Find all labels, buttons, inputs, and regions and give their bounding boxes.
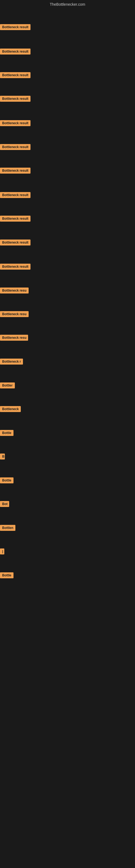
bottleneck-result-item: Bottleneck result	[0, 120, 31, 127]
bottleneck-badge-3[interactable]: Bottleneck result	[0, 72, 31, 78]
bottleneck-result-item: Bottleneck resu	[0, 287, 29, 294]
bottleneck-result-item: |	[0, 549, 4, 556]
bottleneck-badge-9[interactable]: Bottleneck result	[0, 216, 31, 222]
bottleneck-badge-21[interactable]: Bot	[0, 501, 9, 507]
bottleneck-result-item: Bottleneck result	[0, 49, 31, 56]
bottleneck-badge-12[interactable]: Bottleneck resu	[0, 287, 29, 293]
bottleneck-badge-5[interactable]: Bottleneck result	[0, 120, 31, 126]
bottleneck-result-item: Bot	[0, 501, 9, 508]
bottleneck-badge-8[interactable]: Bottleneck result	[0, 192, 31, 198]
bottleneck-badge-16[interactable]: Bottler	[0, 382, 15, 389]
bottleneck-result-item: Bottle	[0, 572, 13, 579]
bottleneck-badge-10[interactable]: Bottleneck result	[0, 240, 31, 246]
bottleneck-result-item: Bottleneck result	[0, 144, 31, 151]
bottleneck-badge-22[interactable]: Bottlen	[0, 525, 15, 531]
bottleneck-result-item: Bottleneck result	[0, 24, 31, 31]
bottleneck-result-item: Bottleneck result	[0, 96, 31, 103]
bottleneck-result-item: Bottleneck resu	[0, 311, 29, 318]
bottleneck-badge-23[interactable]: |	[0, 549, 4, 554]
bottleneck-badge-14[interactable]: Bottleneck resu	[0, 335, 28, 341]
bottleneck-result-item: Bottleneck result	[0, 192, 31, 199]
bottleneck-badge-2[interactable]: Bottleneck result	[0, 49, 31, 55]
bottleneck-badge-15[interactable]: Bottleneck r	[0, 359, 23, 365]
site-title: TheBottlenecker.com	[0, 0, 135, 9]
bottleneck-badge-6[interactable]: Bottleneck result	[0, 144, 31, 150]
bottleneck-result-item: B	[0, 454, 5, 461]
bottleneck-result-item: Bottlen	[0, 525, 15, 532]
bottleneck-badge-11[interactable]: Bottleneck result	[0, 264, 31, 270]
bottleneck-badge-19[interactable]: B	[0, 454, 5, 460]
bottleneck-badge-20[interactable]: Bottle	[0, 477, 13, 484]
bottleneck-result-item: Bottleneck result	[0, 72, 31, 79]
bottleneck-badge-18[interactable]: Bottle	[0, 430, 13, 436]
bottleneck-result-item: Bottler	[0, 382, 15, 390]
bottleneck-result-item: Bottle	[0, 430, 13, 437]
bottleneck-result-item: Bottleneck result	[0, 167, 31, 175]
bottleneck-badge-7[interactable]: Bottleneck result	[0, 167, 31, 174]
bottleneck-result-item: Bottle	[0, 477, 13, 485]
bottleneck-badge-24[interactable]: Bottle	[0, 572, 13, 578]
bottleneck-result-item: Bottleneck result	[0, 216, 31, 223]
bottleneck-badge-4[interactable]: Bottleneck result	[0, 96, 31, 102]
bottleneck-badge-13[interactable]: Bottleneck resu	[0, 311, 29, 317]
bottleneck-badge-17[interactable]: Bottleneck	[0, 406, 21, 412]
bottleneck-result-item: Bottleneck	[0, 406, 21, 413]
bottleneck-result-item: Bottleneck resu	[0, 335, 28, 342]
bottleneck-result-item: Bottleneck result	[0, 240, 31, 247]
bottleneck-badge-1[interactable]: Bottleneck result	[0, 24, 31, 30]
bottleneck-result-item: Bottleneck result	[0, 264, 31, 271]
bottleneck-result-item: Bottleneck r	[0, 359, 23, 366]
